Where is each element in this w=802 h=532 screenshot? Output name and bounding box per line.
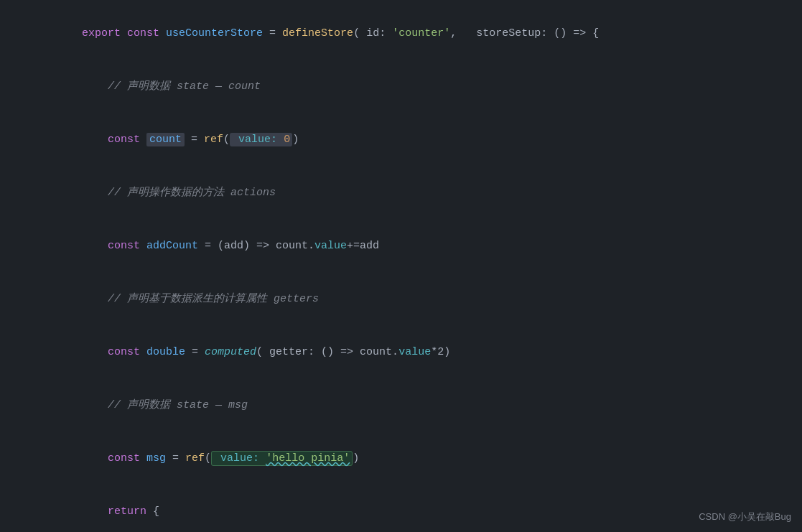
line-content-3: const count = ref( value: 0) xyxy=(36,114,802,166)
token-close-3: ) xyxy=(292,134,299,146)
token-const-9: const xyxy=(108,452,146,465)
token-eq-9: = xyxy=(166,452,185,465)
token-indent-3 xyxy=(82,134,108,146)
token-count: count xyxy=(146,133,185,146)
line-content-5: const addCount = (add) => count.value+=a… xyxy=(36,220,802,272)
token-useCounterStore: useCounterStore xyxy=(166,27,263,39)
line-content-10: return { xyxy=(36,486,802,532)
token-hello-pinia: 'hello pinia' xyxy=(266,452,350,465)
token-eq-5: = (add) => count. xyxy=(198,240,314,252)
token-pluseq: +=add xyxy=(347,240,379,252)
code-line-5: const addCount = (add) => count.value+=a… xyxy=(0,220,802,273)
code-line-6: // 声明基于数据派生的计算属性 getters xyxy=(0,273,802,326)
token-const-7: const xyxy=(108,346,146,358)
token-export: export xyxy=(82,27,127,39)
token-equals: = xyxy=(263,27,282,39)
token-ref-9: ref xyxy=(185,452,205,465)
token-computed: computed xyxy=(205,346,256,358)
token-closeparen-9: ) xyxy=(353,452,359,465)
token-indent-10 xyxy=(82,505,108,518)
token-return: return xyxy=(108,505,146,518)
line-content-2: // 声明数据 state — count xyxy=(36,61,802,113)
code-line-4: // 声明操作数据的方法 actions xyxy=(0,167,802,220)
token-indent-7 xyxy=(82,346,108,358)
line-content-9: const msg = ref( value: 'hello pinia') xyxy=(36,433,802,485)
token-const-5: const xyxy=(108,240,146,252)
code-editor: export const useCounterStore = defineSto… xyxy=(0,0,802,532)
line-content-8: // 声明数据 state — msg xyxy=(36,380,802,431)
code-line-9: const msg = ref( value: 'hello pinia') xyxy=(0,432,802,485)
token-defineStore: defineStore xyxy=(282,27,353,39)
token-eq-7: = xyxy=(185,346,205,358)
token-double: double xyxy=(146,346,185,358)
token-param-9: value: 'hello pinia' xyxy=(211,451,353,466)
token-const-3: const xyxy=(108,134,146,146)
token-param-3: value: 0 xyxy=(230,133,292,146)
token-comment-1: // 声明数据 state — count xyxy=(82,80,261,93)
token-msg: msg xyxy=(146,452,166,465)
token-open-paren-3: ( xyxy=(223,134,230,146)
code-line-3: const count = ref( value: 0) xyxy=(0,113,802,167)
code-line-2: // 声明数据 state — count xyxy=(0,60,802,113)
token-zero: 0 xyxy=(284,134,290,146)
line-content-4: // 声明操作数据的方法 actions xyxy=(36,167,802,219)
token-value-7: value xyxy=(398,346,431,358)
token-comment-3: // 声明基于数据派生的计算属性 getters xyxy=(82,293,319,305)
token-comment-2: // 声明操作数据的方法 actions xyxy=(82,187,276,199)
line-content-7: const double = computed( getter: () => c… xyxy=(36,327,802,378)
line-content-6: // 声明基于数据派生的计算属性 getters xyxy=(36,274,802,325)
token-value-key-3: value: xyxy=(232,134,284,146)
code-line-7: const double = computed( getter: () => c… xyxy=(0,326,802,379)
token-computed-args: ( getter: () => count. xyxy=(256,346,398,358)
token-brace-open: { xyxy=(146,505,159,518)
code-line-10: return { xyxy=(0,485,802,532)
token-addCount: addCount xyxy=(146,240,198,252)
token-value-key-9: value: xyxy=(214,452,266,465)
token-counter-str: 'counter' xyxy=(392,27,450,39)
token-times2: *2) xyxy=(431,346,450,358)
token-comment-4: // 声明数据 state — msg xyxy=(82,399,248,411)
watermark: CSDN @小吴在敲Bug xyxy=(699,510,791,525)
line-content-1: export const useCounterStore = defineSto… xyxy=(36,8,802,60)
token-comma-setup: , storeSetup: () => { xyxy=(450,27,599,39)
token-const: const xyxy=(127,27,166,39)
token-indent-9 xyxy=(82,452,108,465)
token-value-5: value xyxy=(314,240,347,252)
token-eq-3: = xyxy=(185,134,204,146)
token-ref-3: ref xyxy=(204,134,223,146)
token-paren: ( id: xyxy=(353,27,392,39)
token-openparen-9: ( xyxy=(205,452,211,465)
token-indent-5 xyxy=(82,240,108,252)
code-line-1: export const useCounterStore = defineSto… xyxy=(0,7,802,60)
code-line-8: // 声明数据 state — msg xyxy=(0,379,802,432)
